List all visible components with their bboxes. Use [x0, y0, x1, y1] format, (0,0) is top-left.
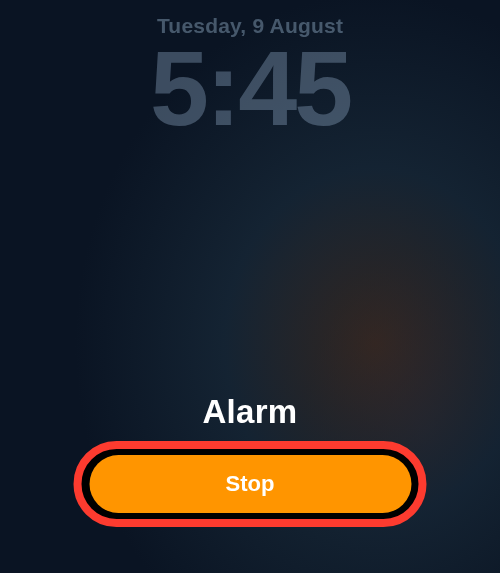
lockscreen-time: 5:45: [150, 28, 350, 149]
alarm-title: Alarm: [202, 393, 297, 431]
annotation-highlight: Stop: [74, 441, 427, 527]
stop-button[interactable]: Stop: [89, 455, 411, 513]
